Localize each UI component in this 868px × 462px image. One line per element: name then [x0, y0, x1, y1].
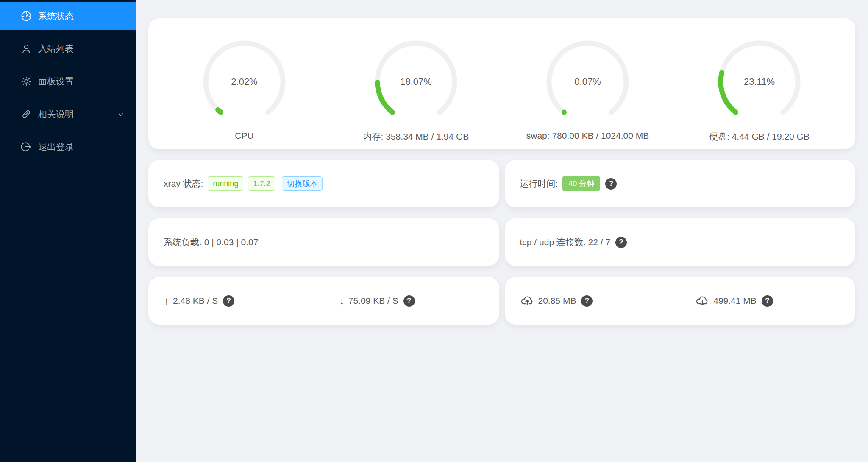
memory-label: 内存: 358.34 MB / 1.94 GB — [363, 131, 469, 143]
sidebar-item-system-status[interactable]: 系统状态 — [0, 2, 136, 30]
sidebar-item-label: 入站列表 — [38, 43, 74, 55]
logout-icon — [20, 141, 32, 153]
system-load-text: 系统负载: 0 | 0.03 | 0.07 — [164, 236, 258, 248]
chevron-down-icon — [117, 110, 125, 118]
disk-gauge: 23.11% 硬盘: 4.44 GB / 19.20 GB — [673, 18, 845, 149]
upload-speed-value: 2.48 KB / S — [173, 296, 218, 306]
arrow-up-icon: ↑ — [164, 295, 169, 307]
system-gauges-card: 2.02% CPU 18.07% 内存: 358.34 MB / 1.94 GB… — [148, 18, 855, 149]
xray-status-label: xray 状态: — [164, 178, 203, 190]
arrow-down-icon: ↓ — [339, 295, 345, 307]
link-icon — [20, 108, 32, 120]
sidebar-item-label: 相关说明 — [38, 108, 74, 120]
question-circle-icon[interactable]: ? — [223, 295, 234, 307]
network-speed-card: ↑ 2.48 KB / S ? ↓ 75.09 KB / S ? — [148, 277, 499, 325]
disk-percent: 23.11% — [718, 40, 801, 123]
connections-text: tcp / udp 连接数: 22 / 7 — [520, 236, 611, 248]
system-load-card: 系统负载: 0 | 0.03 | 0.07 — [148, 218, 499, 266]
sidebar-item-inbound-list[interactable]: 入站列表 — [0, 35, 136, 63]
download-speed-value: 75.09 KB / S — [348, 296, 398, 306]
cpu-percent: 2.02% — [203, 40, 286, 123]
sidebar-item-label: 系统状态 — [38, 10, 74, 22]
download-total-value: 499.41 MB — [713, 296, 757, 306]
upload-total-value: 20.85 MB — [538, 296, 576, 306]
cpu-gauge: 2.02% CPU — [159, 18, 330, 149]
memory-gauge: 18.07% 内存: 358.34 MB / 1.94 GB — [330, 18, 502, 149]
swap-label: swap: 780.00 KB / 1024.00 MB — [526, 131, 649, 141]
cpu-label: CPU — [235, 131, 253, 141]
uptime-badge: 40 分钟 — [562, 176, 600, 191]
question-circle-icon[interactable]: ? — [581, 295, 593, 307]
sidebar-menu: 系统状态 入站列表 面板设置 — [0, 0, 136, 161]
gear-icon — [20, 76, 32, 87]
sidebar-item-panel-settings[interactable]: 面板设置 — [0, 67, 136, 95]
disk-gauge-ring: 23.11% — [718, 40, 801, 123]
memory-percent: 18.07% — [375, 40, 457, 123]
cloud-upload-icon — [520, 294, 534, 308]
swap-percent: 0.07% — [546, 40, 629, 123]
swap-gauge-ring: 0.07% — [546, 40, 629, 123]
upload-speed: ↑ 2.48 KB / S ? — [148, 295, 324, 307]
cloud-download-icon — [696, 294, 709, 308]
connections-card: tcp / udp 连接数: 22 / 7 ? — [505, 218, 856, 266]
question-circle-icon[interactable]: ? — [762, 295, 773, 307]
question-circle-icon[interactable]: ? — [615, 237, 627, 248]
xray-status-card: xray 状态: running 1.7.2 切换版本 — [148, 160, 499, 207]
sidebar-item-docs[interactable]: 相关说明 — [0, 100, 136, 128]
download-speed: ↓ 75.09 KB / S ? — [324, 295, 499, 307]
sidebar-item-logout[interactable]: 退出登录 — [0, 133, 136, 161]
sidebar: 系统状态 入站列表 面板设置 — [0, 0, 136, 462]
xray-running-tag: running — [208, 176, 243, 191]
upload-total: 20.85 MB ? — [505, 294, 680, 308]
swap-gauge: 0.07% swap: 780.00 KB / 1024.00 MB — [502, 18, 673, 149]
sidebar-item-label: 面板设置 — [38, 76, 74, 87]
download-total: 499.41 MB ? — [680, 294, 855, 308]
disk-label: 硬盘: 4.44 GB / 19.20 GB — [709, 131, 810, 143]
xray-version-tag: 1.7.2 — [248, 176, 275, 191]
switch-version-button[interactable]: 切换版本 — [282, 176, 323, 191]
uptime-label: 运行时间: — [520, 178, 558, 190]
question-circle-icon[interactable]: ? — [403, 295, 415, 307]
cpu-gauge-ring: 2.02% — [203, 40, 286, 123]
sidebar-item-label: 退出登录 — [38, 141, 74, 153]
traffic-total-card: 20.85 MB ? 499.41 MB ? — [505, 277, 856, 325]
dashboard-icon — [20, 10, 32, 22]
question-circle-icon[interactable]: ? — [605, 178, 617, 190]
main-content: 2.02% CPU 18.07% 内存: 358.34 MB / 1.94 GB… — [136, 0, 868, 462]
user-icon — [20, 43, 32, 55]
uptime-card: 运行时间: 40 分钟 ? — [505, 160, 856, 207]
memory-gauge-ring: 18.07% — [375, 40, 457, 123]
